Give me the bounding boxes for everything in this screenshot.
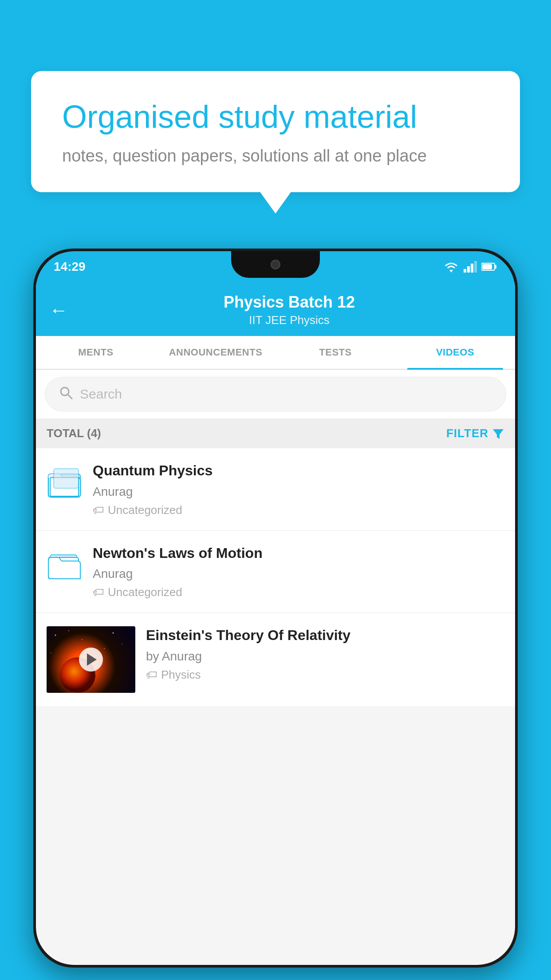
- svg-point-17: [68, 630, 69, 631]
- svg-rect-3: [471, 264, 473, 273]
- tag-icon: 🏷: [93, 503, 104, 517]
- play-button[interactable]: [79, 648, 103, 672]
- svg-marker-10: [493, 429, 504, 439]
- tag-icon: 🏷: [146, 668, 157, 682]
- svg-point-19: [113, 632, 114, 634]
- svg-line-9: [68, 395, 72, 399]
- search-container: Search: [36, 370, 515, 419]
- item-tag: 🏷 Uncategorized: [93, 503, 504, 517]
- svg-rect-2: [467, 266, 470, 273]
- item-author: Anurag: [93, 567, 504, 581]
- phone-inner: 14:29: [36, 251, 515, 965]
- svg-point-22: [51, 652, 51, 653]
- svg-point-16: [55, 635, 56, 636]
- battery-icon: [481, 262, 497, 271]
- item-info: Newton's Laws of Motion Anurag 🏷 Uncateg…: [93, 544, 504, 600]
- folder-icon: [47, 464, 82, 500]
- folder-icon: [47, 547, 82, 582]
- total-count: TOTAL (4): [47, 427, 101, 440]
- tab-ments[interactable]: MENTS: [36, 336, 156, 369]
- item-title: Einstein's Theory Of Relativity: [146, 626, 504, 645]
- item-title: Quantum Physics: [93, 462, 504, 480]
- status-icons: [443, 261, 497, 273]
- search-bar[interactable]: Search: [45, 377, 506, 411]
- header-title-group: Physics Batch 12 IIT JEE Physics: [77, 293, 502, 327]
- svg-rect-1: [464, 269, 466, 273]
- filter-button[interactable]: FILTER: [446, 427, 504, 440]
- svg-rect-6: [495, 265, 496, 269]
- item-info: Quantum Physics Anurag 🏷 Uncategorized: [93, 462, 504, 517]
- item-author: by Anurag: [146, 649, 504, 664]
- back-button[interactable]: ←: [49, 300, 68, 321]
- camera: [271, 260, 280, 269]
- video-list: Quantum Physics Anurag 🏷 Uncategorized: [36, 448, 515, 706]
- tab-tests[interactable]: TESTS: [276, 336, 395, 369]
- header-subtitle: IIT JEE Physics: [77, 313, 502, 327]
- svg-rect-13: [54, 469, 79, 488]
- svg-point-18: [82, 639, 83, 640]
- wifi-icon: [443, 261, 459, 273]
- play-triangle: [87, 653, 97, 666]
- filter-bar: TOTAL (4) FILTER: [36, 419, 515, 448]
- svg-rect-4: [474, 261, 477, 273]
- item-tag: 🏷 Physics: [146, 668, 504, 682]
- filter-icon: [492, 427, 504, 440]
- search-placeholder: Search: [80, 387, 122, 402]
- signal-icon: [464, 261, 477, 273]
- svg-rect-7: [482, 264, 492, 269]
- speech-bubble: Organised study material notes, question…: [31, 71, 520, 192]
- bubble-title: Organised study material: [62, 98, 489, 136]
- tab-announcements[interactable]: ANNOUNCEMENTS: [156, 336, 276, 369]
- svg-marker-0: [449, 270, 453, 273]
- item-title: Newton's Laws of Motion: [93, 544, 504, 563]
- app-header: ← Physics Batch 12 IIT JEE Physics: [36, 282, 515, 336]
- item-tag: 🏷 Uncategorized: [93, 585, 504, 599]
- tag-label: Physics: [161, 668, 201, 682]
- list-item[interactable]: Newton's Laws of Motion Anurag 🏷 Uncateg…: [36, 531, 515, 613]
- phone-frame: 14:29: [33, 249, 518, 968]
- bubble-subtitle: notes, question papers, solutions all at…: [62, 146, 489, 166]
- tag-icon: 🏷: [93, 585, 104, 599]
- app-screen: ← Physics Batch 12 IIT JEE Physics MENTS…: [36, 282, 515, 965]
- item-info: Einstein's Theory Of Relativity by Anura…: [146, 626, 504, 682]
- list-item[interactable]: Einstein's Theory Of Relativity by Anura…: [36, 613, 515, 706]
- header-title: Physics Batch 12: [77, 293, 502, 312]
- status-time: 14:29: [54, 260, 86, 274]
- item-author: Anurag: [93, 485, 504, 499]
- svg-point-21: [104, 648, 105, 649]
- filter-label: FILTER: [446, 427, 488, 440]
- svg-point-20: [122, 644, 122, 644]
- tab-videos[interactable]: VIDEOS: [395, 336, 515, 369]
- phone-notch: [231, 251, 320, 278]
- video-thumbnail[interactable]: [47, 626, 135, 693]
- tab-bar: MENTS ANNOUNCEMENTS TESTS VIDEOS: [36, 336, 515, 370]
- list-item[interactable]: Quantum Physics Anurag 🏷 Uncategorized: [36, 448, 515, 531]
- tag-label: Uncategorized: [108, 585, 182, 599]
- search-icon: [59, 385, 73, 403]
- tag-label: Uncategorized: [108, 503, 182, 517]
